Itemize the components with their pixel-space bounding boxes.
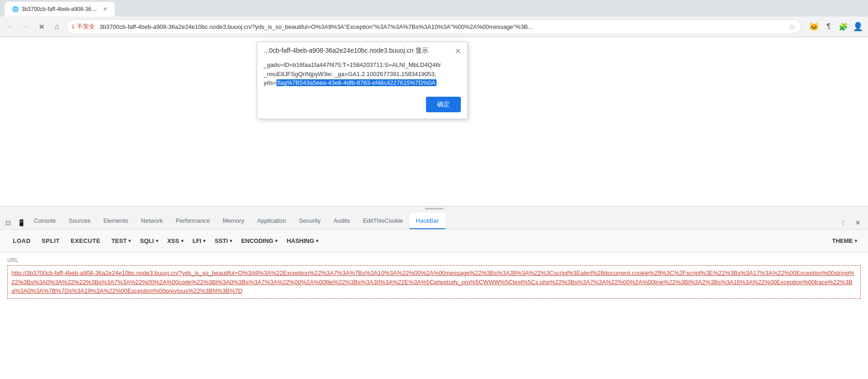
lfi-dropdown[interactable]: LFI ▾	[187, 233, 210, 249]
devtools-panel: ⊡ 📱 Console Sources Elements Network Per…	[0, 210, 868, 379]
alert-popup: ...0cb-faff-4beb-a908-36a2e24e10bc.node3…	[257, 42, 468, 119]
tab-title: 3b3700cb-faff-4beb-a908-36a2e24e10bc.nod…	[22, 6, 99, 12]
devtools-right-icons: ⋮ ✕	[833, 216, 868, 229]
reload-button[interactable]: ✕	[35, 20, 48, 33]
close-icon[interactable]: ✕	[455, 47, 461, 55]
tab-network-label: Network	[141, 217, 163, 224]
ssti-label: SSTI	[215, 237, 228, 244]
execute-button[interactable]: EXECUTE	[65, 233, 106, 249]
browser-toolbar-right: 🐱 ¶ 🧩 👤	[807, 20, 864, 33]
extension-button[interactable]: 🧩	[837, 20, 850, 33]
lfi-label: LFI	[193, 237, 202, 244]
encoding-dropdown[interactable]: ENCODING ▾	[236, 233, 281, 249]
encoding-label: ENCODING	[241, 237, 273, 244]
tab-elements[interactable]: Elements	[97, 213, 134, 229]
tab-security[interactable]: Security	[293, 213, 327, 229]
tab-bar: 🌐 3b3700cb-faff-4beb-a908-36a2e24e10bc.n…	[0, 0, 868, 16]
forward-button[interactable]: →	[19, 20, 32, 33]
lfi-arrow-icon: ▾	[203, 238, 205, 243]
tab-close-icon[interactable]: ✕	[103, 6, 107, 12]
tab-audits-label: Audits	[333, 217, 350, 224]
xss-arrow-icon: ▾	[181, 238, 183, 243]
devtools-mobile-icon[interactable]: 📱	[15, 216, 28, 229]
tab-sources-label: Sources	[69, 217, 91, 224]
alert-line3-prefix: yds=	[264, 79, 276, 86]
browser-chrome: 🌐 3b3700cb-faff-4beb-a908-36a2e24e10bc.n…	[0, 0, 868, 37]
devtools-tabs: ⊡ 📱 Console Sources Elements Network Per…	[0, 210, 868, 230]
sqli-dropdown[interactable]: SQLI ▾	[134, 233, 161, 249]
alert-line1: _gads=ID=b16faa1fa447f475:T=1584203711:S…	[264, 61, 441, 68]
insecure-icon: ℹ	[72, 23, 74, 30]
tab-memory[interactable]: Memory	[216, 213, 251, 229]
url-display: 3b3700cb-faff-4beb-a908-36a2e24e10bc.nod…	[100, 23, 786, 30]
page-content: ...0cb-faff-4beb-a908-36a2e24e10bc.node3…	[0, 37, 868, 207]
theme-dropdown[interactable]: THEME ▾	[827, 233, 861, 249]
load-button[interactable]: LOAD	[7, 233, 36, 249]
insecure-label: 不安全	[77, 22, 95, 31]
active-tab[interactable]: 🌐 3b3700cb-faff-4beb-a908-36a2e24e10bc.n…	[5, 2, 115, 16]
sqli-label: SQLI	[140, 237, 154, 244]
tab-elements-label: Elements	[103, 217, 128, 224]
close-devtools-button[interactable]: ✕	[851, 216, 864, 229]
emoji-button[interactable]: 🐱	[807, 20, 820, 33]
split-button[interactable]: SPLIT	[36, 233, 65, 249]
profile-button[interactable]: 👤	[851, 20, 864, 33]
tab-console[interactable]: Console	[28, 213, 62, 229]
confirm-button[interactable]: 确定	[426, 97, 461, 112]
alert-body: _gads=ID=b16faa1fa447f475:T=1584203711:S…	[257, 58, 467, 93]
paragraph-button[interactable]: ¶	[822, 20, 835, 33]
back-button[interactable]: ←	[4, 20, 17, 33]
tab-audits[interactable]: Audits	[327, 213, 356, 229]
alert-footer: 确定	[257, 93, 467, 119]
test-arrow-icon: ▾	[128, 238, 131, 243]
test-label: TEST	[111, 237, 127, 244]
encoding-arrow-icon: ▾	[275, 238, 277, 243]
tab-memory-label: Memory	[223, 217, 244, 224]
tab-favicon: 🌐	[12, 6, 19, 12]
url-label: URL	[7, 257, 861, 264]
tab-console-label: Console	[34, 217, 56, 224]
tab-editthiscookie-label: EditThisCookie	[363, 217, 403, 224]
tab-hackbar[interactable]: HackBar	[409, 213, 445, 229]
tab-performance[interactable]: Performance	[169, 213, 216, 229]
resize-handle-bar	[425, 208, 443, 209]
theme-arrow-icon: ▾	[855, 238, 857, 243]
tab-editthiscookie[interactable]: EditThisCookie	[356, 213, 409, 229]
theme-label: THEME	[832, 237, 853, 244]
tab-security-label: Security	[299, 217, 321, 224]
bookmark-icon[interactable]: ☆	[789, 22, 795, 31]
alert-flag-highlight: flag%7B543a5eea-43e8-4dfb-8763-ef46c4227…	[276, 79, 437, 86]
resize-handle[interactable]	[0, 207, 868, 210]
url-value[interactable]: http://3b3700cb-faff-4beb-a908-36a2e24e1…	[7, 265, 861, 299]
xss-dropdown[interactable]: XSS ▾	[162, 233, 187, 249]
hashing-arrow-icon: ▾	[316, 238, 318, 243]
tab-hackbar-label: HackBar	[416, 217, 439, 224]
ssti-dropdown[interactable]: SSTI ▾	[209, 233, 236, 249]
alert-header: ...0cb-faff-4beb-a908-36a2e24e10bc.node3…	[257, 42, 467, 58]
hashing-label: HASHING	[287, 237, 314, 244]
hackbar-toolbar: LOAD SPLIT EXECUTE TEST ▾ SQLI ▾ XSS ▾ L…	[0, 230, 868, 253]
tab-performance-label: Performance	[176, 217, 210, 224]
tab-sources[interactable]: Sources	[62, 213, 97, 229]
test-dropdown[interactable]: TEST ▾	[106, 233, 134, 249]
tab-network[interactable]: Network	[135, 213, 170, 229]
alert-line2: _nnuE8JFSgQriNjpyW3w; _ga=GA1.2.10026773…	[264, 71, 436, 77]
home-button[interactable]: ⌂	[50, 20, 63, 33]
more-options-button[interactable]: ⋮	[837, 216, 850, 229]
xss-label: XSS	[167, 237, 179, 244]
alert-title: ...0cb-faff-4beb-a908-36a2e24e10bc.node3…	[264, 47, 428, 54]
devtools-cursor-icon[interactable]: ⊡	[2, 216, 15, 229]
tab-application-label: Application	[257, 217, 287, 224]
address-bar-row: ← → ✕ ⌂ ℹ 不安全 3b3700cb-faff-4beb-a908-36…	[0, 16, 868, 37]
ssti-arrow-icon: ▾	[230, 238, 232, 243]
sqli-arrow-icon: ▾	[156, 238, 158, 243]
address-bar[interactable]: ℹ 不安全 3b3700cb-faff-4beb-a908-36a2e24e10…	[66, 19, 801, 34]
devtools-content: URL http://3b3700cb-faff-4beb-a908-36a2e…	[0, 253, 868, 379]
hashing-dropdown[interactable]: HASHING ▾	[281, 233, 322, 249]
tab-application[interactable]: Application	[251, 213, 293, 229]
